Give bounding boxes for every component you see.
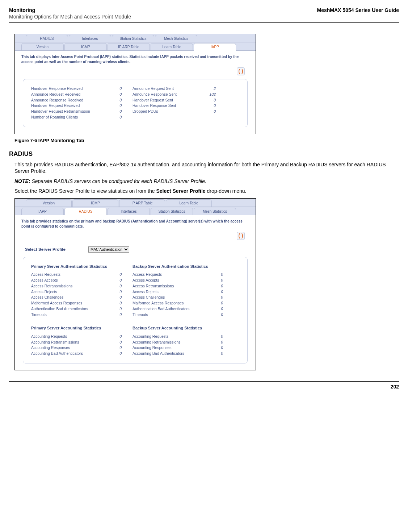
stat-label: Handover Request Received [31, 103, 107, 109]
radius-heading: RADIUS [9, 150, 399, 158]
stat-label: Access Retransmissions [31, 283, 107, 289]
stat-value: 0 [209, 345, 223, 351]
stat-label: Access Rejects [31, 289, 107, 295]
backup-auth-heading: Backup Server Authentication Statistics [133, 264, 234, 269]
tab-interfaces[interactable]: Interfaces [69, 35, 111, 42]
stat-label: Accounting Retransmissions [133, 340, 209, 345]
tab-icmp[interactable]: ICMP [72, 199, 118, 207]
stat-label: Accounting Requests [133, 334, 209, 340]
stat-label: Announce Request Received [31, 92, 107, 97]
stat-value: 2 [201, 86, 216, 92]
tab-radius[interactable]: RADIUS [64, 208, 107, 215]
primary-acct-heading: Primary Server Accounting Statistics [31, 325, 133, 331]
tab-learn-table[interactable]: Learn Table [151, 43, 193, 50]
tab-learn-table[interactable]: Learn Table [166, 199, 212, 207]
stat-label: Accounting Bad Authenticators [31, 351, 107, 357]
stat-value: 0 [107, 272, 122, 278]
radius-paragraph: This tab provides RADIUS authentication,… [14, 161, 399, 175]
stat-value: 0 [107, 289, 122, 295]
stat-value: 0 [107, 103, 122, 109]
radius-screenshot: Version ICMP IP ARP Table Learn Table IA… [14, 198, 256, 370]
tab-radius[interactable]: RADIUS [26, 35, 68, 42]
stat-value: 0 [107, 283, 122, 289]
stat-value: 0 [107, 92, 122, 97]
stat-value: 0 [107, 340, 122, 345]
stat-value: 0 [107, 312, 122, 318]
server-profile-select[interactable]: MAC Authentication [88, 246, 129, 253]
stat-value: 0 [209, 312, 223, 318]
radius-paragraph-2: Select the RADIUS Server Profile to view… [14, 188, 399, 195]
refresh-icon[interactable]: ( ) [237, 67, 245, 75]
tab-mesh-statistics[interactable]: Mesh Statistics [194, 208, 236, 215]
tabs-row-top: Version ICMP IP ARP Table Learn Table [15, 199, 256, 207]
backup-acct-vals: 0 0 0 0 [209, 334, 234, 357]
stat-value: 0 [107, 97, 122, 103]
tab-mesh-statistics[interactable]: Mesh Statistics [155, 35, 197, 42]
figure-caption: Figure 7-6 IAPP Monitoring Tab [14, 138, 399, 143]
stat-label: Malformed Access Responses [31, 300, 107, 306]
stat-value: 0 [209, 351, 223, 357]
stat-label: Timeouts [133, 312, 209, 318]
tab-station-statistics[interactable]: Station Statistics [151, 208, 193, 215]
iapp-right-vals: 2 182 0 0 0 [201, 86, 227, 120]
stat-label: Accounting Responses [31, 345, 107, 351]
primary-acct-vals: 0 0 0 0 [107, 334, 133, 357]
stat-label: Handover Request Sent [133, 97, 201, 103]
select-server-profile-row: Select Server Profile MAC Authentication [15, 241, 256, 255]
stat-value: 0 [201, 109, 216, 115]
iapp-left-labels: Handover Response Received Announce Requ… [31, 86, 107, 120]
stat-value: 0 [209, 334, 223, 340]
stat-value: 0 [209, 289, 223, 295]
tab-station-statistics[interactable]: Station Statistics [112, 35, 154, 42]
stat-label: Timeouts [31, 312, 107, 318]
stat-value: 0 [107, 300, 122, 306]
primary-auth-vals: 0 0 0 0 0 0 0 0 [107, 272, 133, 317]
stat-value: 0 [201, 103, 216, 109]
stat-label: Accounting Requests [31, 334, 107, 340]
note-label: NOTE: [14, 178, 30, 184]
para-bold: Select Server Profile [156, 188, 205, 194]
radius-note: NOTE: Separate RADIUS servers can be con… [14, 178, 399, 184]
header-rule [9, 22, 399, 23]
stat-label: Access Accepts [133, 278, 209, 283]
stat-label: Access Retransmissions [133, 283, 209, 289]
tab-ip-arp-table[interactable]: IP ARP Table [108, 43, 150, 50]
tab-iapp[interactable]: IAPP [194, 43, 236, 51]
stat-value: 0 [209, 306, 223, 312]
tab-version[interactable]: Version [26, 199, 72, 207]
stat-value: 0 [107, 345, 122, 351]
stat-value: 0 [107, 86, 122, 92]
iapp-screenshot: RADIUS Interfaces Station Statistics Mes… [14, 34, 256, 134]
iapp-stats-box: Handover Response Received Announce Requ… [23, 79, 248, 127]
stat-label: Authentication Bad Authenticators [31, 306, 107, 312]
stat-value: 182 [201, 92, 216, 97]
stat-label: Authentication Bad Authenticators [133, 306, 209, 312]
page-number: 202 [9, 384, 399, 390]
stat-label: Access Challenges [133, 295, 209, 300]
refresh-icon[interactable]: ( ) [237, 232, 245, 240]
primary-auth-heading: Primary Server Authentication Statistics [31, 264, 133, 269]
stat-label: Number of Roaming Clients [31, 115, 107, 120]
header-subtitle: Monitoring Options for Mesh and Access P… [9, 14, 399, 20]
stat-value: 0 [209, 295, 223, 300]
footer-rule [9, 381, 399, 382]
tab-interfaces[interactable]: Interfaces [108, 208, 150, 215]
stat-label: Access Rejects [133, 289, 209, 295]
tab-version[interactable]: Version [21, 43, 64, 50]
stat-value: 0 [107, 334, 122, 340]
iapp-description: This tab displays Inter Access Point Pro… [15, 51, 256, 66]
stat-value: 0 [209, 272, 223, 278]
tabs-row-bottom: IAPP RADIUS Interfaces Station Statistic… [15, 207, 256, 215]
stat-value: 0 [201, 97, 216, 103]
stat-label: Announce Response Sent [133, 92, 201, 97]
stat-value: 0 [107, 351, 122, 357]
backup-acct-heading: Backup Server Accounting Statistics [133, 325, 234, 331]
tab-ip-arp-table[interactable]: IP ARP Table [119, 199, 165, 207]
backup-auth-vals: 0 0 0 0 0 0 0 0 [209, 272, 234, 317]
tab-icmp[interactable]: ICMP [64, 43, 107, 50]
backup-acct-labels: Accounting Requests Accounting Retransmi… [133, 334, 209, 357]
iapp-right-labels: Announce Request Sent Announce Response … [133, 86, 201, 120]
stat-value: 0 [209, 300, 223, 306]
tab-iapp[interactable]: IAPP [21, 208, 64, 215]
stat-label: Handover Request Retransmission [31, 109, 107, 115]
